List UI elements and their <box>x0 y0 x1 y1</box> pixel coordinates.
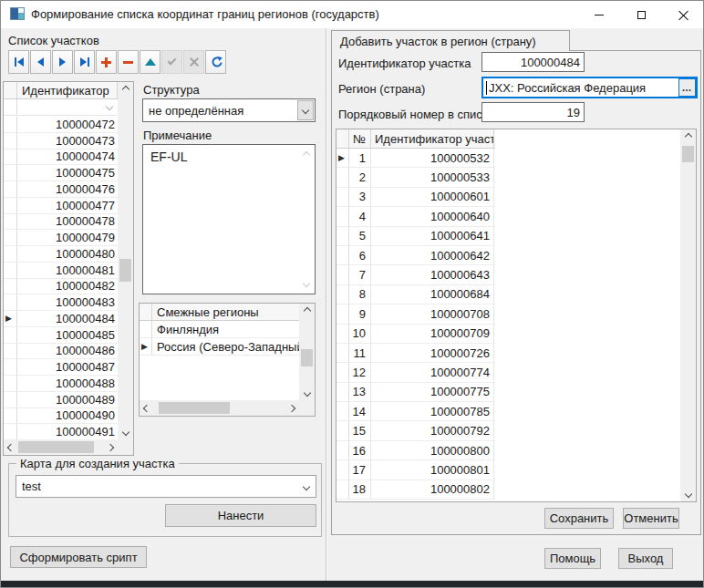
navigator-next-button[interactable] <box>52 50 73 74</box>
adjacent-grid-hscrollbar[interactable] <box>140 400 299 416</box>
sites-grid-row[interactable]: 100000481 <box>4 263 118 279</box>
map-combobox[interactable]: test <box>16 475 316 498</box>
site-id-cell[interactable]: 100000684 <box>371 285 494 304</box>
sites-grid-row[interactable]: 100000483 <box>4 294 118 311</box>
region-grid-row[interactable]: 4100000640 <box>336 207 495 226</box>
site-id-cell[interactable]: 100000485 <box>17 327 118 343</box>
site-id-cell[interactable]: 100000487 <box>17 359 118 375</box>
row-number-cell[interactable]: 9 <box>349 304 371 323</box>
site-id-cell[interactable]: 100000478 <box>17 214 118 230</box>
exit-button[interactable]: Выход <box>618 548 673 569</box>
sites-grid-row[interactable]: 100000476 <box>4 181 118 198</box>
scrollbar-thumb[interactable] <box>682 146 694 162</box>
region-grid-row[interactable]: 14100000785 <box>336 402 495 421</box>
sites-grid-row[interactable]: 100000479 <box>4 230 118 246</box>
region-name-cell[interactable]: Финляндия <box>152 321 299 337</box>
row-number-cell[interactable]: 16 <box>349 441 371 459</box>
site-id-cell[interactable]: 100000480 <box>17 246 118 262</box>
site-id-cell[interactable]: 100000709 <box>371 325 494 343</box>
site-id-cell[interactable]: 100000792 <box>371 421 494 439</box>
region-lookup-button[interactable]: … <box>678 78 696 97</box>
region-grid-row[interactable]: 18100000802 <box>336 480 495 500</box>
site-id-cell[interactable]: 100000802 <box>371 480 494 499</box>
adjacent-grid-row[interactable]: ▶Россия (Северо-Западный ФО <box>140 338 299 356</box>
combo-dropdown-button[interactable] <box>297 100 314 120</box>
region-grid-row[interactable]: 3100000601 <box>336 188 495 207</box>
order-field[interactable]: 19 <box>481 102 585 122</box>
row-number-cell[interactable]: 6 <box>349 246 371 264</box>
site-id-cell[interactable]: 100000726 <box>371 344 494 362</box>
region-grid-row[interactable]: ▶1100000532 <box>336 149 495 168</box>
site-id-cell[interactable]: 100000785 <box>371 402 494 420</box>
sites-grid-row[interactable]: 100000472 <box>4 117 118 133</box>
site-id-cell[interactable]: 100000708 <box>371 304 494 323</box>
site-id-cell[interactable]: 100000601 <box>371 188 494 206</box>
sites-grid-filter-row[interactable] <box>4 99 118 116</box>
site-id-cell[interactable]: 100000486 <box>17 344 118 359</box>
sites-grid-row[interactable]: 100000485 <box>4 327 118 344</box>
site-id-cell[interactable]: 100000490 <box>17 408 118 424</box>
site-id-cell[interactable]: 100000640 <box>371 207 494 225</box>
navigator-delete-button[interactable] <box>118 50 139 74</box>
row-number-cell[interactable]: 11 <box>349 344 371 362</box>
region-grid-row[interactable]: 5100000641 <box>336 227 495 246</box>
sites-grid-row[interactable]: 100000475 <box>4 165 118 181</box>
navigator-last-button[interactable] <box>74 50 95 74</box>
row-number-cell[interactable]: 5 <box>349 227 371 245</box>
site-id-cell[interactable]: 100000476 <box>17 181 118 197</box>
row-number-cell[interactable]: 1 <box>349 149 371 167</box>
site-id-cell[interactable]: 100000483 <box>17 294 118 310</box>
sites-grid-row[interactable]: 100000486 <box>4 344 118 360</box>
region-grid-row[interactable]: 10100000709 <box>336 325 495 344</box>
site-id-cell[interactable]: 100000775 <box>371 383 494 401</box>
row-number-cell[interactable]: 3 <box>349 188 371 206</box>
row-number-cell[interactable]: 13 <box>349 383 371 401</box>
site-id-cell[interactable]: 100000481 <box>17 263 118 278</box>
sites-grid-row[interactable]: 100000477 <box>4 198 118 214</box>
adjacent-column-header[interactable]: Смежные регионы <box>152 304 299 320</box>
sites-grid-row[interactable]: 100000480 <box>4 246 118 263</box>
site-id-cell[interactable]: 100000474 <box>17 150 118 165</box>
row-number-cell[interactable]: 12 <box>349 363 371 381</box>
sites-grid-row[interactable]: 100000489 <box>4 392 118 408</box>
region-grid-row[interactable]: 12100000774 <box>336 363 495 382</box>
region-field[interactable]: JXX: Российская Федерация … <box>481 77 698 98</box>
region-name-cell[interactable]: Россия (Северо-Западный ФО <box>152 338 299 355</box>
region-grid-row[interactable]: 2100000533 <box>336 168 495 187</box>
scrollbar-thumb[interactable] <box>119 259 131 282</box>
adjacent-grid-row[interactable]: Финляндия <box>140 321 299 338</box>
site-id-cell[interactable]: 100000475 <box>17 165 118 181</box>
sites-grid-header[interactable]: Идентификатор <box>4 82 118 99</box>
sites-grid-vscrollbar[interactable] <box>118 82 133 439</box>
tab-add-site-to-region[interactable]: Добавить участок в регион (страну) <box>331 30 570 51</box>
site-id-cell[interactable]: 100000643 <box>371 265 494 284</box>
number-column-header[interactable]: № <box>349 129 371 148</box>
site-id-cell[interactable]: 100000532 <box>371 149 494 167</box>
sites-grid-row[interactable]: 100000478 <box>4 214 118 231</box>
minimize-button[interactable] <box>578 1 620 28</box>
site-id-cell[interactable]: 100000488 <box>17 376 118 391</box>
navigator-first-button[interactable] <box>8 50 29 74</box>
sites-grid-row[interactable]: 100000482 <box>4 279 118 295</box>
scroll-up-icon[interactable] <box>684 133 691 140</box>
row-number-cell[interactable]: 14 <box>349 402 371 420</box>
generate-script-button[interactable]: Сформировать срипт <box>10 546 147 568</box>
draw-button[interactable]: Нанести <box>165 504 316 527</box>
site-id-cell[interactable]: 100000479 <box>17 230 118 245</box>
row-number-cell[interactable]: 8 <box>349 285 371 304</box>
region-grid-row[interactable]: 6100000642 <box>336 246 495 265</box>
site-id-cell[interactable]: 100000489 <box>17 392 118 407</box>
row-number-cell[interactable]: 2 <box>349 168 371 186</box>
region-grid-row[interactable]: 9100000708 <box>336 304 495 324</box>
row-number-cell[interactable]: 15 <box>349 421 371 439</box>
sites-grid-row[interactable]: 100000487 <box>4 359 118 376</box>
row-number-cell[interactable]: 10 <box>349 325 371 343</box>
region-grid-row[interactable]: 17100000801 <box>336 460 495 480</box>
row-number-cell[interactable]: 17 <box>349 460 371 479</box>
row-number-cell[interactable]: 18 <box>349 480 371 499</box>
region-grid-row[interactable]: 11100000726 <box>336 344 495 363</box>
sites-grid-row[interactable]: 100000488 <box>4 376 118 392</box>
scrollbar-thumb[interactable] <box>18 441 94 453</box>
save-button[interactable]: Сохранить <box>544 508 614 529</box>
site-id-field[interactable]: 100000484 <box>481 52 585 72</box>
